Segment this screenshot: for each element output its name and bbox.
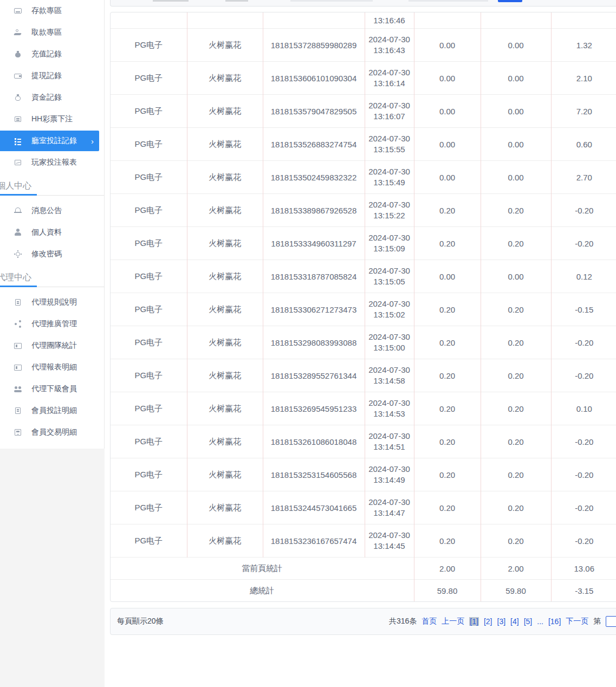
main-content: 13:16:46 PG电子 火树赢花 1818153728859980289 2… (110, 0, 616, 635)
cell-platform: PG电子 (111, 29, 187, 62)
cell-datetime: 2024-07-30 13:15:55 (365, 128, 414, 161)
cell-win-loss: -0.15 (551, 293, 616, 326)
search-button-remnant[interactable] (498, 0, 522, 2)
sidebar-item[interactable]: HH彩票下注 (0, 108, 104, 130)
sidebar-item[interactable]: 個人資料 (0, 222, 104, 243)
first-page-link[interactable]: 首页 (422, 617, 437, 626)
page-link[interactable]: ... (537, 617, 543, 626)
filter-input-remnant[interactable] (225, 0, 248, 2)
table-row: PG电子 火树赢花 1818153502459832322 2024-07-30… (111, 161, 616, 194)
filter-input-remnant[interactable] (408, 0, 488, 2)
date-text: 2024-07-30 (366, 67, 413, 78)
cell-game: 火树赢花 (187, 293, 263, 326)
cell-game: 火树赢花 (187, 425, 263, 458)
date-text: 2024-07-30 (366, 464, 413, 475)
sidebar-menu-agent: 代理規則說明 代理推廣管理 代理團隊統計 代理報表明細 代理下級會員 (0, 291, 104, 443)
clipped-top-row: 13:16:46 (111, 12, 616, 29)
cell-platform: PG电子 (111, 95, 187, 128)
page-link[interactable]: [4] (510, 617, 519, 626)
sidebar-item[interactable]: 提現記錄 (0, 65, 104, 87)
time-text: 13:16:14 (366, 78, 413, 89)
table-row: PG电子 火树赢花 1818153253154605568 2024-07-30… (111, 458, 616, 491)
date-text: 2024-07-30 (366, 34, 413, 45)
cell-bet-amount: 0.20 (414, 359, 481, 392)
sidebar-item[interactable]: 代理團隊統計 (0, 335, 104, 357)
section-title-personal-center: 個人中心 (0, 178, 104, 194)
recharge-record-icon (14, 50, 22, 59)
cell-bet-id: 1818153526883274754 (263, 128, 365, 161)
sidebar-item[interactable]: 會員交易明細 (0, 422, 104, 443)
page-link[interactable]: [1] (469, 617, 479, 626)
file-lines-icon (14, 406, 22, 415)
sidebar-item[interactable]: 廳室投註記錄 › (0, 131, 99, 151)
cell-valid-bet (481, 12, 551, 29)
cell-bet-id: 1818153728859980289 (263, 29, 365, 62)
time-text: 13:14:51 (366, 442, 413, 452)
cell-game: 火树赢花 (187, 260, 263, 293)
sidebar-item[interactable]: 代理報表明細 (0, 357, 104, 378)
table-row: PG电子 火树赢花 1818153389867926528 2024-07-30… (111, 194, 616, 227)
cell-valid-bet: 0.00 (481, 260, 551, 293)
time-text: 13:15:49 (366, 177, 413, 188)
filter-input-remnant[interactable] (290, 0, 373, 2)
time-text: 13:16:46 (366, 15, 413, 26)
user-icon (14, 228, 22, 237)
table-row: PG电子 火树赢花 1818153289552761344 2024-07-30… (111, 359, 616, 392)
prev-page-link[interactable]: 上一页 (442, 617, 464, 626)
sidebar-item[interactable]: 會員投註明細 (0, 400, 104, 422)
cell-bet-amount: 0.20 (414, 392, 481, 425)
page-link[interactable]: [5] (524, 617, 533, 626)
sidebar-item[interactable]: 資金記錄 (0, 87, 104, 108)
sidebar-item[interactable]: 代理推廣管理 (0, 313, 104, 335)
date-text: 2024-07-30 (366, 133, 413, 144)
cell-valid-bet: 0.20 (481, 458, 551, 491)
jump-page-input[interactable] (606, 616, 616, 627)
pagination-bar: 每頁顯示20條 共316条 首页 上一页 [1] [2] [3] [4] [5]… (110, 608, 616, 635)
sidebar-item[interactable]: 代理規則說明 (0, 291, 104, 313)
sidebar-item[interactable]: 消息公告 (0, 200, 104, 222)
cell-valid-bet: 0.00 (481, 62, 551, 95)
time-text: 13:15:05 (366, 276, 413, 287)
cell-valid-bet: 0.20 (481, 326, 551, 359)
sidebar-item[interactable]: 存款專區 (0, 0, 104, 22)
table-row: PG电子 火树赢花 1818153298083993088 2024-07-30… (111, 326, 616, 359)
cell-datetime: 2024-07-30 13:14:51 (365, 425, 414, 458)
cell-platform: PG电子 (111, 161, 187, 194)
cell-valid-bet: 0.20 (481, 194, 551, 227)
page-link[interactable]: [16] (548, 617, 561, 626)
time-text: 13:15:09 (366, 243, 413, 254)
sidebar-item[interactable]: 充值記錄 (0, 43, 104, 65)
total-count: 共316条 (389, 617, 417, 626)
table-row: PG电子 火树赢花 1818153318787085824 2024-07-30… (111, 260, 616, 293)
cell-datetime: 2024-07-30 13:14:45 (365, 524, 414, 558)
sidebar-item-label: 代理團隊統計 (31, 341, 77, 351)
cell-bet-amount: 0.20 (414, 524, 481, 558)
sidebar-item[interactable]: 代理下級會員 (0, 378, 104, 400)
cell-datetime: 2024-07-30 13:15:00 (365, 326, 414, 359)
page-link[interactable]: [3] (497, 617, 506, 626)
next-page-link[interactable]: 下一页 (566, 617, 588, 626)
filter-input-remnant[interactable] (153, 0, 189, 2)
cell-valid-bet: 0.00 (481, 29, 551, 62)
cell-win-loss: -0.20 (551, 524, 616, 558)
table-body: PG电子 火树赢花 1818153728859980289 2024-07-30… (111, 29, 616, 558)
cell-platform: PG电子 (111, 62, 187, 95)
sidebar-item[interactable]: 取款專區 (0, 22, 104, 43)
sidebar-item-label: 代理推廣管理 (31, 319, 77, 329)
cell-game: 火树赢花 (187, 128, 263, 161)
withdraw-record-icon (14, 72, 22, 80)
table-row: PG电子 火树赢花 1818153236167657474 2024-07-30… (111, 524, 616, 558)
page-link[interactable]: [2] (484, 617, 492, 626)
table-row-partial: 13:16:46 (111, 12, 616, 29)
sidebar-item[interactable]: 玩家投注報表 (0, 152, 104, 173)
cell-datetime: 2024-07-30 13:16:43 (365, 29, 414, 62)
cell-valid-bet: 0.20 (481, 392, 551, 425)
cell-bet-amount: 0.00 (414, 260, 481, 293)
sidebar-item[interactable]: 修改密碼 (0, 243, 104, 265)
section-divider (0, 286, 104, 287)
cell-platform: PG电子 (111, 260, 187, 293)
cell-bet-id: 1818153318787085824 (263, 260, 365, 293)
cell-datetime: 2024-07-30 13:15:09 (365, 227, 414, 260)
cell-game: 火树赢花 (187, 392, 263, 425)
cell-bet-id: 1818153261086018048 (263, 425, 365, 458)
